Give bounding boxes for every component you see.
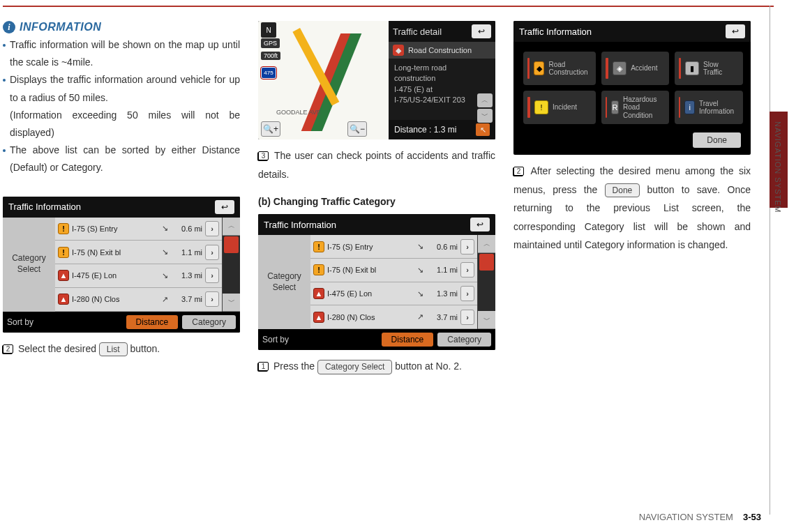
list-item[interactable]: ▲ I-475 (E) Lon ↘ 1.3 mi › bbox=[55, 264, 222, 288]
list-item[interactable]: ▲ I-280 (N) Clos ↗ 3.7 mi › bbox=[55, 288, 222, 312]
detail-line-3: I-75/US-24/EXIT 203 bbox=[394, 95, 490, 105]
step-1-post: button at No. 2. bbox=[395, 360, 462, 372]
footer-section-label: NAVIGATION SYSTEM bbox=[639, 512, 733, 522]
category-select-inline-button[interactable]: Category Select bbox=[317, 360, 392, 374]
scroll-up-icon[interactable]: ︿ bbox=[223, 218, 240, 236]
sort-label: Sort by bbox=[7, 317, 33, 327]
category-grid: ◆ Road Construction ◈ Accident ▮ Slow Tr… bbox=[523, 52, 741, 124]
category-hazardous[interactable]: R Hazardous Road Condition bbox=[601, 91, 668, 124]
scroll-track[interactable] bbox=[478, 253, 495, 311]
category-label: Hazardous Road Condition bbox=[623, 96, 664, 120]
back-icon[interactable]: ↩ bbox=[472, 24, 491, 38]
scroll-track[interactable] bbox=[223, 236, 240, 294]
chevron-right-icon[interactable]: › bbox=[205, 245, 219, 260]
selection-bar-icon bbox=[606, 97, 607, 118]
sort-distance-button[interactable]: Distance bbox=[382, 333, 434, 347]
chevron-right-icon[interactable]: › bbox=[460, 262, 474, 278]
list-area: Category Select ! I-75 (S) Entry ↘ 0.6 m… bbox=[258, 235, 495, 329]
category-label: Travel Information bbox=[699, 100, 739, 116]
construction-icon: ▲ bbox=[313, 288, 324, 299]
scroll-thumb[interactable] bbox=[224, 236, 239, 253]
scroll-down-icon[interactable]: ﹀ bbox=[223, 294, 240, 312]
column-2: N GPS 700ft 475 GOODALE AVE 🔍+ 🔍− Traffi… bbox=[258, 21, 495, 376]
sort-distance-button[interactable]: Distance bbox=[126, 315, 179, 329]
category-accident[interactable]: ◈ Accident bbox=[601, 52, 668, 85]
side-tab-label: NAVIGATION SYSTEM bbox=[772, 91, 783, 244]
detail-pane: Traffic detail ↩ ◆ Road Construction Lon… bbox=[389, 21, 495, 139]
navigate-arrow-icon[interactable]: ↖ bbox=[476, 123, 490, 136]
list-item[interactable]: ▲ I-280 (N) Clos ↗ 3.7 mi › bbox=[310, 305, 477, 329]
list-item[interactable]: ! I-75 (S) Entry ↘ 0.6 mi › bbox=[310, 235, 477, 259]
screen-title: Traffic Information bbox=[519, 26, 592, 37]
chevron-right-icon[interactable]: › bbox=[460, 310, 474, 325]
step-number-icon: 2 bbox=[3, 344, 13, 354]
list-item[interactable]: ! I-75 (N) Exit bl ↘ 1.1 mi › bbox=[310, 259, 477, 282]
sort-category-button[interactable]: Category bbox=[182, 315, 236, 329]
road-name: I-75 (S) Entry bbox=[72, 225, 159, 233]
step-2-text: 2 Select the desired List button. bbox=[3, 340, 240, 358]
step-number-icon: 1 bbox=[258, 362, 269, 371]
scroll-up-icon[interactable]: ︿ bbox=[478, 235, 495, 253]
done-row: Done bbox=[513, 130, 751, 155]
distance: 1.1 mi bbox=[428, 266, 458, 274]
list-item[interactable]: ! I-75 (N) Exit bl ↘ 1.1 mi › bbox=[55, 241, 222, 264]
page-footer: NAVIGATION SYSTEM 3-53 bbox=[639, 512, 761, 522]
detail-category-row: ◆ Road Construction bbox=[389, 42, 495, 59]
detail-footer: Distance : 1.3 mi ↖ bbox=[389, 120, 495, 139]
category-label: Accident bbox=[631, 64, 657, 73]
road-name: I-280 (N) Clos bbox=[327, 313, 414, 321]
zoom-out-icon[interactable]: 🔍− bbox=[347, 121, 367, 137]
category-slow-traffic[interactable]: ▮ Slow Traffic bbox=[675, 52, 743, 85]
column-3: Traffic Information ↩ ◆ Road Constructio… bbox=[513, 21, 751, 376]
sort-category-button[interactable]: Category bbox=[437, 333, 491, 347]
back-icon[interactable]: ↩ bbox=[726, 24, 745, 38]
screen-titlebar: Traffic Information ↩ bbox=[513, 21, 751, 42]
detail-category-label: Road Construction bbox=[408, 46, 472, 54]
distance: 3.7 mi bbox=[173, 295, 202, 303]
road-name: I-75 (S) Entry bbox=[327, 243, 414, 251]
info-bullet-2: Displays the traffic information around … bbox=[3, 71, 240, 106]
step-number-icon: 2 bbox=[513, 167, 524, 176]
distance: 0.6 mi bbox=[428, 243, 458, 251]
detail-line-1: Long-term road construction bbox=[394, 63, 490, 84]
zoom-in-icon[interactable]: 🔍+ bbox=[261, 121, 280, 137]
done-inline-button[interactable]: Done bbox=[605, 183, 640, 197]
compass-icon[interactable]: N bbox=[261, 22, 276, 38]
category-select-button[interactable]: Category Select bbox=[258, 235, 310, 329]
chevron-right-icon[interactable]: › bbox=[205, 221, 219, 236]
list-item[interactable]: ! I-75 (S) Entry ↘ 0.6 mi › bbox=[55, 218, 222, 241]
scroll-down-icon[interactable]: ﹀ bbox=[478, 311, 495, 329]
category-grid-body: ◆ Road Construction ◈ Accident ▮ Slow Tr… bbox=[513, 42, 751, 130]
detail-scroll: ︿ ﹀ bbox=[477, 93, 493, 123]
selection-bar-icon bbox=[606, 58, 608, 79]
chevron-right-icon[interactable]: › bbox=[205, 268, 219, 283]
category-travel-info[interactable]: i Travel Information bbox=[675, 91, 743, 124]
construction-icon: ◆ bbox=[393, 45, 404, 56]
screen-title: Traffic Information bbox=[8, 202, 81, 212]
screen-title: Traffic Information bbox=[264, 220, 336, 230]
done-button[interactable]: Done bbox=[693, 132, 741, 148]
warning-icon: ! bbox=[313, 264, 324, 275]
category-select-button[interactable]: Category Select bbox=[3, 218, 55, 312]
category-road-construction[interactable]: ◆ Road Construction bbox=[523, 52, 596, 85]
back-icon[interactable]: ↩ bbox=[215, 200, 234, 214]
scale-badge: 700ft bbox=[261, 52, 280, 60]
info-bullet-1: Traffic information will be shown on the… bbox=[3, 36, 240, 71]
detail-titlebar: Traffic detail ↩ bbox=[389, 21, 495, 42]
chevron-right-icon[interactable]: › bbox=[460, 286, 474, 301]
scroll-up-icon[interactable]: ︿ bbox=[477, 93, 493, 107]
chevron-right-icon[interactable]: › bbox=[205, 291, 219, 307]
side-divider bbox=[770, 6, 776, 515]
list-item[interactable]: ▲ I-475 (E) Lon ↘ 1.3 mi › bbox=[310, 282, 477, 306]
back-icon[interactable]: ↩ bbox=[470, 218, 490, 231]
chevron-right-icon[interactable]: › bbox=[460, 239, 474, 254]
info-bullet-3: The above list can be sorted by either D… bbox=[3, 142, 240, 176]
selection-bar-icon bbox=[679, 97, 681, 118]
scroll-down-icon[interactable]: ﹀ bbox=[477, 109, 493, 123]
scroll-thumb[interactable] bbox=[479, 254, 494, 271]
traffic-category-screenshot: Traffic Information ↩ ◆ Road Constructio… bbox=[513, 21, 751, 155]
category-incident[interactable]: ! Incident bbox=[523, 91, 596, 124]
list-button[interactable]: List bbox=[99, 342, 128, 356]
information-title: INFORMATION bbox=[20, 21, 101, 33]
map-pane[interactable]: N GPS 700ft 475 GOODALE AVE 🔍+ 🔍− bbox=[258, 21, 389, 139]
